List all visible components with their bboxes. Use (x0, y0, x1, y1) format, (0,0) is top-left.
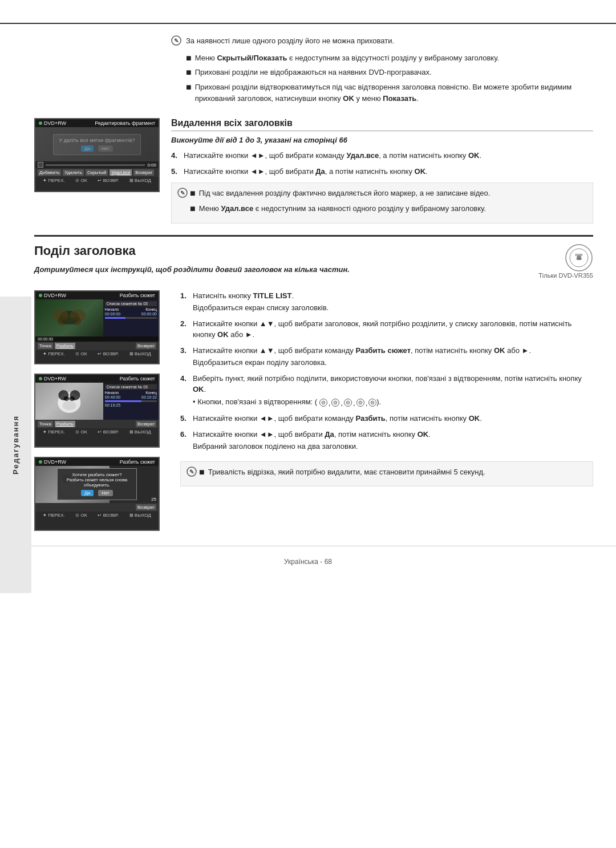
bullet-1: ■ (186, 52, 192, 64)
menu2-btn1: Точка (38, 343, 53, 349)
dvd-dot-2 (39, 294, 42, 297)
screen3-panel-label: Список сюжетов № 03 (105, 384, 157, 389)
playback-icons: ⊙, ⊙, ⊙, ⊙, ⊙ (319, 397, 377, 409)
dvd-indicator-1: DVD+RW (39, 120, 66, 126)
nav-return: ↩ ВОЗВР. (98, 178, 119, 183)
sub-note-text-2: Приховані розділи не відображаються на н… (195, 67, 432, 78)
sec2-step-3-text: Натискайте кнопки ▲▼, щоб вибрати команд… (193, 346, 531, 355)
dvd-dot-4 (39, 460, 42, 464)
sub-note-1: ■ Меню Скрытый/Показать є недоступним за… (186, 52, 593, 64)
screen2-end-label: Конец (145, 307, 157, 311)
section2-container: Поділ заголовка Дотримуйтеся цих інструк… (0, 244, 616, 534)
sec2-step-5-text: Натискайте кнопки ◄►, щоб вибрати команд… (193, 413, 482, 424)
bullet-all: ■ (190, 203, 196, 215)
sub-note-2: ■ Приховані розділи не відображаються на… (186, 67, 593, 79)
step-4: 4. Натискайте кнопки ◄►, щоб вибрати ком… (171, 150, 593, 161)
dvd-title-2: Разбить сюжет (120, 293, 155, 298)
menu-delall: Удал.все (110, 169, 132, 176)
svg-point-17 (63, 396, 69, 401)
section2-header-row: Поділ заголовка Дотримуйтеся цих інструк… (34, 244, 593, 283)
nav4-prev: ✦ ПЕРЕХ. (43, 513, 65, 518)
screen2-times-row: 00:00:00 00:00:00 (105, 312, 157, 316)
svg-point-19 (62, 401, 76, 410)
section2-top-border (34, 235, 593, 244)
sec2-step-6-sub: Вибраний заголовок поділено на два загол… (193, 441, 431, 452)
sub-note-text-3: Приховані розділи відтворюватимуться під… (195, 82, 593, 104)
menu3-spacer (77, 421, 134, 427)
nav2-ok: ⊙ OK (75, 351, 87, 356)
dvd-screen-4: DVD+RW Разбить сюжет (34, 457, 160, 531)
icon-play: ⊙ (319, 399, 327, 407)
sec2-step-4-bullet: • Кнопки, пов'язані з відтворенням: ( ⊙,… (193, 396, 593, 409)
nav3-exit: ⊠ ВЫХОД (129, 429, 151, 435)
screen3-times-row: 00:40:00 00:19:22 (105, 395, 157, 399)
dvd-indicator-4: DVD+RW (39, 459, 66, 465)
screen4-nav: ✦ ПЕРЕХ. ⊙ OK ↩ ВОЗВР. ⊠ ВЫХОД (35, 512, 159, 519)
icon-pause: ⊙ (344, 399, 352, 407)
sec2-step-6-num: 6. (180, 429, 191, 440)
screen3-timeline (105, 400, 157, 402)
screen3-info: Список сюжетов № 03 Начало Конец 00:40:0… (103, 383, 159, 420)
dvd-screen-2: DVD+RW Разбить сюжет (34, 290, 160, 364)
nav3-prev: ✦ ПЕРЕХ. (43, 429, 65, 435)
menu-back: Возврат (133, 169, 154, 176)
dvd-header-3: DVD+RW Разбить сюжет (35, 375, 159, 383)
screen1-time: 0:00 (147, 163, 156, 168)
step-5-sec1: 5. Натискайте кнопки ◄►, щоб вибрати Да,… (171, 166, 593, 177)
section1-container: DVD+RW Редактировать фрагмент У даліть в… (0, 112, 616, 235)
page: ✎ За наявності лише одного розділу його … (0, 0, 616, 848)
screenshot-4: DVD+RW Разбить сюжет (34, 457, 171, 532)
screenshot-2: DVD+RW Разбить сюжет (34, 290, 171, 366)
screen1-nav: ✦ ПЕРЕХ. ⊙ OK ↩ ВОЗВР. ⊠ ВЫХОД (35, 177, 159, 184)
section2-body: DVD+RW Разбить сюжет (34, 290, 593, 534)
note-box-content: ■ Під час видалення розділу фактично вид… (190, 188, 490, 218)
section2-note-icon: ✎ (187, 466, 199, 480)
section1-text: Видалення всіх заголовків Виконуйте дії … (171, 112, 593, 229)
step-4-text: Натискайте кнопки ◄►, щоб вибрати команд… (184, 150, 481, 161)
dvd-label-1: DVD+RW (44, 120, 66, 126)
screen3-time2: 00:19:22 (141, 395, 157, 399)
main-note-text: За наявності лише одного розділу його не… (186, 35, 394, 47)
screenshot-1: DVD+RW Редактировать фрагмент У даліть в… (34, 118, 163, 192)
dvd-only-label: Тільки DVD-VR355 (538, 272, 593, 279)
note-del-text: Під час видалення розділу фактично видал… (199, 188, 491, 199)
screen2-image (35, 299, 103, 336)
svg-point-18 (69, 396, 75, 401)
sub-notes: ■ Меню Скрытый/Показать є недоступним за… (186, 52, 593, 104)
screen3-labels-row: Начало Конец (105, 391, 157, 395)
svg-text:✎: ✎ (180, 190, 185, 196)
sec2-step-1: 1. Натисніть кнопку TITLE LIST. Відобраз… (180, 290, 593, 314)
screen2-time2: 00:00:00 (141, 312, 157, 316)
screen2-timeline-fill (105, 317, 125, 319)
panda-svg (35, 383, 103, 420)
section2-note-content: ■ Тривалість відрізка, який потрібно вид… (199, 466, 485, 482)
dvd-label-2: DVD+RW (44, 293, 66, 298)
screen4-dialog-text: Хотите разбить сюжет?Разбить сюжет нельз… (63, 472, 131, 488)
sec2-step-2: 2. Натискайте кнопки ▲▼, щоб вибрати заг… (180, 318, 593, 340)
section2-note-box: ✎ ■ Тривалість відрізка, який потрібно в… (180, 461, 593, 487)
screen3-time1: 00:40:00 (105, 395, 120, 399)
note-del-marker: ■ Під час видалення розділу фактично вид… (190, 188, 490, 200)
main-note-item: ✎ За наявності лише одного розділу його … (171, 35, 593, 49)
screen3-image (35, 383, 103, 420)
section2-text: 1. Натисніть кнопку TITLE LIST. Відобраз… (180, 290, 593, 493)
bullet-del: ■ (190, 188, 196, 200)
svg-text:+RW: +RW (576, 257, 582, 261)
svg-text:✎: ✎ (189, 469, 194, 475)
nav2-exit: ⊠ ВЫХОД (129, 351, 151, 356)
screen3-start-label: Начало (105, 391, 119, 395)
sec2-step-5: 5. Натискайте кнопки ◄►, щоб вибрати ком… (180, 413, 593, 424)
sec2-step-1-num: 1. (180, 290, 191, 302)
nav3-return: ↩ ВОЗВР. (98, 429, 119, 435)
screen3-total-time: 00:19:25 (105, 403, 157, 407)
screen4-btn-yes: Да (81, 490, 94, 496)
dvd-screen-3: DVD+RW Разбить сюжет (34, 374, 160, 448)
sec2-step-6-text: Натискайте кнопки ◄►, щоб вибрати Да, по… (193, 430, 431, 439)
note-del-all-text: Меню Удал.все є недоступним за наявності… (199, 203, 486, 214)
screen3-nav: ✦ ПЕРЕХ. ⊙ OK ↩ ВОЗВР. ⊠ ВЫХОД (35, 428, 159, 436)
page-footer: Українська - 68 (0, 546, 616, 571)
top-notes-section: ✎ За наявності лише одного розділу його … (0, 24, 616, 112)
dvd-screen-1: DVD+RW Редактировать фрагмент У даліть в… (34, 118, 160, 192)
section2-screenshots: DVD+RW Разбить сюжет (34, 290, 171, 534)
screen3-menu: Точка Разбить Возврат (35, 420, 159, 428)
